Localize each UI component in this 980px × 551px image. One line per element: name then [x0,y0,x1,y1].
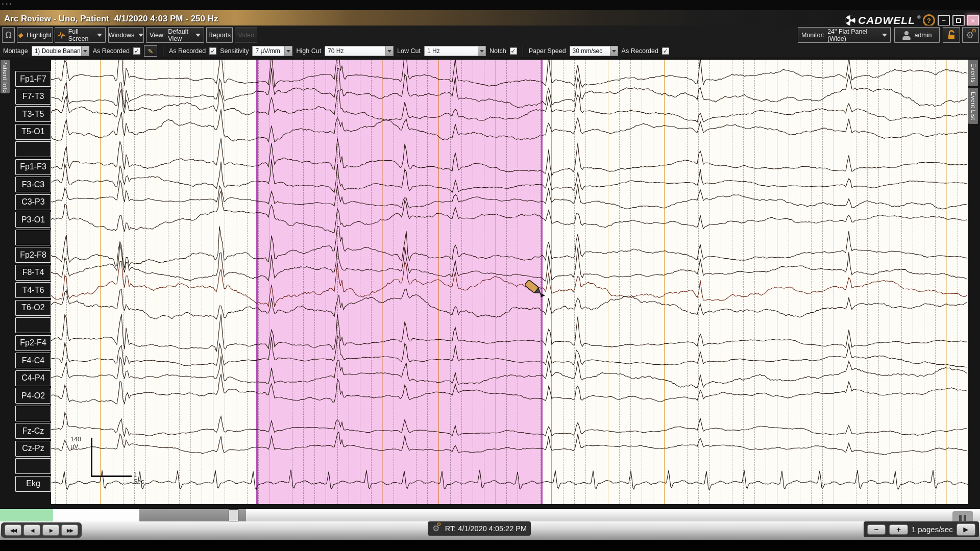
channel-label-blank [15,406,51,421]
lock-button[interactable] [943,27,960,43]
montage-as-recorded-checkbox[interactable]: ✓ [133,47,140,55]
minimize-button[interactable]: − [938,15,950,26]
windows-button[interactable]: Windows [108,27,144,43]
processing-gears-icon[interactable]: ⚙⚙ [432,523,440,534]
separator [163,45,163,57]
highlighter-cursor-icon [523,277,548,301]
scale-horizontal-bar [91,475,132,477]
highlight-region[interactable] [256,60,543,504]
chevron-down-icon [195,34,201,37]
channel-label-c4-p4[interactable]: C4-P4 [15,370,51,386]
realtime-cluster: ⚙⚙ RT: 4/1/2020 4:05:22 PM [428,521,531,536]
montage-label: Montage [3,47,28,55]
notch-label: Notch [489,47,506,55]
chevron-down-icon [610,46,618,56]
channel-label-t5-o1[interactable]: T5-O1 [15,124,51,140]
channel-label-fp2-f4[interactable]: Fp2-F4 [15,335,51,351]
tab-patient-info[interactable]: Patient Info [1,60,10,93]
close-button[interactable]: × [967,15,979,26]
chevron-down-icon [97,34,102,37]
unlock-icon [947,30,956,40]
chevron-down-icon [284,46,292,56]
user-button[interactable]: admin [894,27,940,43]
play-button[interactable]: ▶ [957,523,975,536]
paper-speed-select[interactable]: 30 mm/sec [570,46,618,56]
montage-as-recorded-label: As Recorded [93,47,130,55]
chevron-down-icon [478,46,485,56]
channel-label-ekg[interactable]: Ekg [15,476,51,492]
separator [523,45,523,57]
montage-select[interactable]: 1) Double Banana [32,46,89,56]
tab-event-list[interactable]: Event List [968,88,978,124]
channel-label-t3-t5[interactable]: T3-T5 [15,106,51,122]
channel-label-fp2-f8[interactable]: Fp2-F8 [15,247,51,263]
reports-button[interactable]: Reports [206,27,233,43]
waveform-area[interactable]: 140 µV 1 Sec [51,60,968,504]
video-button: Video [235,27,257,43]
filters-as-recorded-checkbox[interactable]: ✓ [209,47,216,55]
increase-rate-button[interactable]: + [889,524,908,535]
page-rate-label: 1 pages/sec [912,525,953,534]
page-navigation: ◀◀◀▶▶▶ [1,522,82,538]
channel-label-p3-o1[interactable]: P3-O1 [15,212,51,228]
bottom-black-strip [0,540,980,551]
cadwell-logo: CADWELL ® [845,14,921,27]
chevron-down-icon [882,34,887,37]
help-button[interactable]: ? [923,14,935,27]
settings-button[interactable]: ⚙⚙ [962,27,979,43]
previous-page-button[interactable]: ◀ [23,524,40,536]
channel-label-fp1-f7[interactable]: Fp1-F7 [15,71,51,87]
notch-checkbox[interactable]: ✓ [510,47,517,55]
next-page-button[interactable]: ▶ [42,524,59,536]
gear-icon: ⚙⚙ [966,30,975,41]
first-page-button[interactable]: ◀◀ [5,524,21,536]
decrease-rate-button[interactable]: − [867,524,886,535]
channel-label-cz-pz[interactable]: Cz-Pz [15,441,51,457]
timeline-scrollbar[interactable] [0,508,980,521]
channel-label-blank [15,230,51,245]
high-cut-label: High Cut [296,47,321,55]
user-icon [902,31,911,40]
title-bar: • • • Arc Review - Uno, Patient 4/1/2020… [0,0,980,26]
settings-toolbar: Montage 1) Double Banana As Recorded ✓ ✎… [0,44,980,58]
brand-registered-mark: ® [917,15,921,20]
sensitivity-select[interactable]: 7 µV/mm [252,46,292,56]
scroll-page-marker[interactable] [229,509,238,521]
channel-label-f4-c4[interactable]: F4-C4 [15,353,51,368]
channel-label-p4-o2[interactable]: P4-O2 [15,388,51,404]
channel-label-blank [15,458,51,474]
view-dropdown[interactable]: View: Default View [146,27,204,43]
chevron-down-icon [138,34,143,37]
edit-montage-button[interactable]: ✎ [144,45,157,57]
maximize-button[interactable] [952,15,965,26]
high-cut-select[interactable]: 70 Hz [325,46,394,56]
channel-label-fz-cz[interactable]: Fz-Cz [15,423,51,439]
scale-time-label: 1 Sec [133,471,144,485]
channel-label-f3-c3[interactable]: F3-C3 [15,177,51,192]
channel-label-fp1-f3[interactable]: Fp1-F3 [15,159,51,175]
last-page-button[interactable]: ▶▶ [61,524,78,536]
omega-icon: Ω [5,30,11,40]
low-cut-select[interactable]: 1 Hz [424,46,486,56]
full-screen-button[interactable]: Full Screen [55,27,106,43]
tab-events[interactable]: Events [968,60,978,86]
channel-label-blank [15,141,51,157]
channel-label-blank [15,317,51,333]
monitor-dropdown[interactable]: Monitor: 24" Flat Panel (Wide) [798,27,891,43]
channel-label-f8-t4[interactable]: F8-T4 [15,265,51,281]
channel-label-t4-t6[interactable]: T4-T6 [15,282,51,298]
chevron-down-icon [81,46,89,56]
channel-label-c3-p3[interactable]: C3-P3 [15,194,51,210]
impedance-button[interactable]: Ω [2,27,15,43]
channel-label-t6-o2[interactable]: T6-O2 [15,300,51,316]
highlight-button[interactable]: ◆ Highlight [17,27,53,43]
chevron-down-icon [385,46,393,56]
scale-amplitude-label: 140 µV [70,436,81,450]
app-window: • • • Arc Review - Uno, Patient 4/1/2020… [0,0,980,551]
speed-as-recorded-label: As Recorded [622,47,658,55]
page-rate-cluster: − + 1 pages/sec ▶ [864,521,979,537]
window-title: Arc Review - Uno, Patient 4/1/2020 4:03 … [4,14,218,24]
speed-as-recorded-checkbox[interactable]: ✓ [662,47,669,55]
status-bar: ◀◀◀▶▶▶ ⚙⚙ RT: 4/1/2020 4:05:22 PM − + 1 … [0,521,980,540]
channel-label-f7-t3[interactable]: F7-T3 [15,89,51,105]
